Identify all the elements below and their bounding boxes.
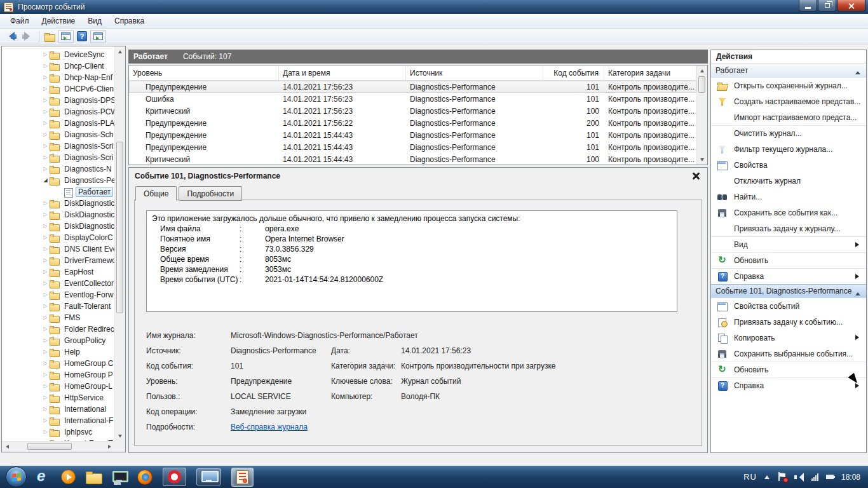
- tree-item[interactable]: DiskDiagnostic: [2, 220, 114, 232]
- tree-item[interactable]: Работает: [2, 186, 114, 198]
- actions-section-log[interactable]: Работает: [711, 64, 866, 78]
- expander-icon[interactable]: [41, 301, 50, 312]
- action-item[interactable]: Привязать задачу к событию...: [711, 314, 866, 330]
- event-row[interactable]: Критический 14.01.2021 15:44:43 Diagnost…: [129, 153, 696, 165]
- scrollbar-thumb[interactable]: [116, 142, 123, 313]
- show-action-pane-button[interactable]: [90, 30, 106, 43]
- tree-item[interactable]: GroupPolicy: [2, 335, 114, 346]
- column-source[interactable]: Источник: [406, 65, 543, 80]
- tree-item[interactable]: Eventlog-Forw: [2, 289, 114, 301]
- expander-icon[interactable]: [41, 83, 50, 95]
- action-item[interactable]: Вид: [711, 236, 866, 252]
- event-description-box[interactable]: Это приложение загружалось дольше обычно…: [146, 210, 677, 312]
- tree-item[interactable]: HomeGroup-L: [2, 381, 114, 392]
- tree-horizontal-scrollbar[interactable]: [2, 441, 114, 452]
- tree-item[interactable]: International-F: [2, 415, 114, 426]
- expander-icon[interactable]: [41, 129, 50, 140]
- column-datetime[interactable]: Дата и время: [279, 65, 406, 80]
- expander-icon[interactable]: [41, 278, 50, 289]
- tree-item[interactable]: HomeGroup P: [2, 369, 114, 381]
- expander-icon[interactable]: [41, 392, 50, 403]
- firefox-icon[interactable]: [137, 470, 153, 485]
- scroll-right-icon[interactable]: [104, 442, 114, 452]
- clock[interactable]: 18:08: [841, 473, 860, 482]
- tree-item[interactable]: FMS: [2, 312, 114, 323]
- action-item[interactable]: Очистить журнал...: [711, 125, 866, 141]
- computer-icon[interactable]: [112, 471, 127, 484]
- help-icon[interactable]: [77, 31, 87, 41]
- explorer-icon[interactable]: [86, 471, 102, 483]
- menu-file[interactable]: Файл: [4, 15, 36, 27]
- menu-action[interactable]: Действие: [36, 15, 82, 27]
- minimize-button[interactable]: [799, 0, 817, 11]
- expander-icon[interactable]: [41, 381, 50, 392]
- start-button[interactable]: [6, 466, 27, 487]
- action-item[interactable]: Создать настраиваемое представ...: [711, 93, 866, 109]
- tab-general[interactable]: Общие: [135, 186, 177, 201]
- scroll-down-icon[interactable]: [697, 154, 707, 165]
- export-log-icon[interactable]: [44, 32, 55, 41]
- forward-icon[interactable]: [21, 32, 34, 41]
- column-event-id[interactable]: Код события: [543, 65, 604, 80]
- expander-icon[interactable]: [41, 118, 50, 129]
- event-row[interactable]: Предупреждение 14.01.2021 15:44:43 Diagn…: [129, 129, 696, 141]
- tree-item[interactable]: DiskDiagnostic: [2, 209, 114, 220]
- opera-taskbar-button[interactable]: [163, 468, 186, 486]
- media-player-icon[interactable]: [61, 470, 76, 484]
- restore-button[interactable]: [818, 0, 836, 11]
- tree-item[interactable]: Fault-Tolerant: [2, 301, 114, 312]
- action-item[interactable]: Импорт настраиваемого предста...: [711, 109, 866, 125]
- tree-item[interactable]: HttpService: [2, 392, 114, 403]
- volume-icon[interactable]: [794, 473, 804, 481]
- action-item[interactable]: Свойства событий: [711, 298, 866, 314]
- action-item[interactable]: Сохранить выбранные события...: [711, 346, 866, 362]
- event-row[interactable]: Предупреждение 14.01.2021 15:44:43 Diagn…: [129, 141, 696, 153]
- tree-item[interactable]: Diagnostics-N: [2, 163, 114, 175]
- event-row[interactable]: Критический 14.01.2021 17:56:23 Diagnost…: [129, 105, 696, 117]
- expander-icon[interactable]: [41, 312, 50, 323]
- close-button[interactable]: [837, 0, 865, 11]
- language-indicator[interactable]: RU: [743, 472, 757, 482]
- tree-item[interactable]: Diagnosis-Scri: [2, 140, 114, 152]
- scroll-down-icon[interactable]: [115, 431, 125, 441]
- action-item[interactable]: Обновить: [711, 252, 866, 268]
- tree-item[interactable]: Iphlpsvc: [2, 426, 114, 438]
- scroll-up-icon[interactable]: [697, 65, 707, 76]
- expander-icon[interactable]: [41, 289, 50, 301]
- menu-help[interactable]: Справка: [108, 15, 151, 27]
- tree-item[interactable]: DeviceSync: [2, 49, 114, 60]
- tree-vertical-scrollbar[interactable]: [114, 46, 125, 441]
- action-item[interactable]: Открыть сохраненный журнал...: [711, 78, 866, 93]
- collapse-icon[interactable]: [855, 69, 860, 74]
- tree-item[interactable]: DriverFramewo: [2, 255, 114, 266]
- expander-icon[interactable]: [41, 403, 50, 415]
- action-item[interactable]: Свойства: [711, 157, 866, 173]
- expander-icon[interactable]: [41, 72, 50, 83]
- expander-icon[interactable]: [41, 232, 50, 243]
- tree-item[interactable]: DHCPv6-Clien: [2, 83, 114, 95]
- expander-icon[interactable]: [41, 346, 50, 358]
- expander-icon[interactable]: [41, 60, 50, 72]
- expander-icon[interactable]: [41, 209, 50, 220]
- tree-item[interactable]: Diagnosis-DPS: [2, 95, 114, 106]
- remote-display-taskbar-button[interactable]: [196, 468, 221, 485]
- action-center-flag-icon[interactable]: [777, 472, 787, 482]
- tree-item[interactable]: DiskDiagnostic: [2, 198, 114, 209]
- action-item[interactable]: Копировать: [711, 330, 866, 346]
- action-item[interactable]: Справка: [711, 377, 866, 393]
- scroll-left-icon[interactable]: [2, 442, 12, 452]
- expander-icon[interactable]: [41, 175, 50, 186]
- expander-icon[interactable]: [41, 106, 50, 118]
- expander-icon[interactable]: [41, 266, 50, 278]
- event-viewer-taskbar-button[interactable]: [231, 468, 254, 487]
- tree-item[interactable]: Help: [2, 346, 114, 358]
- tree-item[interactable]: Diagnosis-Sch: [2, 129, 114, 140]
- scrollbar-thumb[interactable]: [698, 76, 705, 93]
- column-task-category[interactable]: Категория задачи: [604, 65, 696, 80]
- menu-view[interactable]: Вид: [81, 15, 108, 27]
- event-row[interactable]: Предупреждение 14.01.2021 17:56:23 Diagn…: [129, 81, 696, 93]
- hidden-icons-chevron-icon[interactable]: [764, 473, 770, 479]
- battery-icon[interactable]: [826, 475, 834, 479]
- action-item[interactable]: Фильтр текущего журнала...: [711, 141, 866, 157]
- action-item[interactable]: Обновить: [711, 362, 866, 377]
